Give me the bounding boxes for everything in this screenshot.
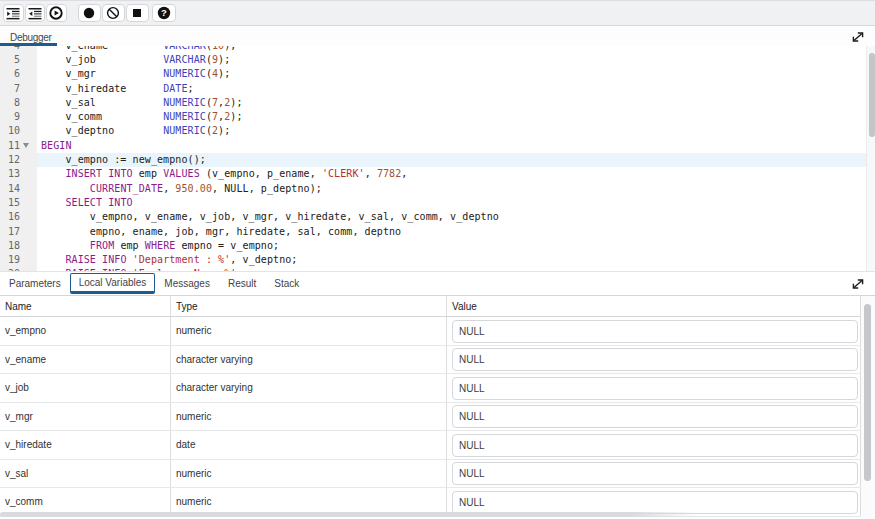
- tab-result[interactable]: Result: [219, 274, 265, 294]
- code-line-text: RAISE INFO 'Department : %', v_deptno;: [41, 253, 297, 267]
- variable-type: character varying: [171, 374, 446, 402]
- gutter-cell[interactable]: 19: [0, 253, 37, 267]
- grid-vertical-scrollbar-thumb[interactable]: [864, 304, 871, 481]
- gutter-cell[interactable]: 17: [0, 225, 37, 239]
- step-into-icon: [6, 7, 20, 20]
- line-number: 13: [0, 167, 20, 181]
- variable-row-v_sal[interactable]: v_salnumeric: [0, 460, 875, 489]
- code-line-18[interactable]: 18 FROM emp WHERE empno = v_empno;: [0, 239, 875, 253]
- code-line-text: v_ename VARCHAR(10);: [41, 46, 236, 53]
- grid-header-name[interactable]: Name: [0, 296, 170, 316]
- code-line-text: v_empno, v_ename, v_job, v_mgr, v_hireda…: [41, 210, 499, 224]
- code-line-6[interactable]: 6 v_mgr NUMERIC(4);: [0, 67, 875, 81]
- editor-vertical-scrollbar-thumb[interactable]: [869, 53, 875, 137]
- sql-code-editor[interactable]: 4 v_ename VARCHAR(10);5 v_job VARCHAR(9)…: [0, 46, 875, 271]
- code-line-12[interactable]: 12 v_empno := new_empno();: [0, 153, 875, 167]
- code-line-text: v_empno := new_empno();: [41, 153, 206, 167]
- line-number: 19: [0, 253, 20, 267]
- svg-text:?: ?: [161, 7, 167, 18]
- code-line-14[interactable]: 14 CURRENT_DATE, 950.00, NULL, p_deptno)…: [0, 182, 875, 196]
- tab-stack[interactable]: Stack: [265, 274, 308, 294]
- gutter-cell[interactable]: 16: [0, 210, 37, 224]
- variable-value-input[interactable]: [452, 462, 858, 485]
- step-into-button[interactable]: [3, 4, 24, 22]
- editor-vertical-scrollbar[interactable]: [866, 46, 875, 271]
- document-tabbar: Debugger: [0, 26, 875, 46]
- line-number: 12: [0, 153, 20, 167]
- step-button-group: [3, 4, 68, 22]
- tab-messages[interactable]: Messages: [155, 274, 219, 294]
- gutter-cell[interactable]: 18: [0, 239, 37, 253]
- variable-value-input[interactable]: [452, 405, 858, 428]
- tab-local-variables[interactable]: Local Variables: [70, 273, 156, 294]
- code-line-10[interactable]: 10 v_deptno NUMERIC(2);: [0, 124, 875, 138]
- clear-all-breakpoints-icon: [106, 6, 120, 20]
- variable-name: v_empno: [0, 317, 170, 345]
- line-number: 16: [0, 210, 20, 224]
- gutter-cell[interactable]: 6: [0, 67, 37, 81]
- gutter-cell[interactable]: 9: [0, 110, 37, 124]
- variable-row-v_mgr[interactable]: v_mgrnumeric: [0, 403, 875, 432]
- variable-name: v_mgr: [0, 403, 170, 431]
- line-number: 5: [0, 53, 20, 67]
- gutter-cell[interactable]: 12: [0, 153, 37, 167]
- code-line-13[interactable]: 13 INSERT INTO emp VALUES (v_empno, p_en…: [0, 167, 875, 181]
- code-line-text: v_sal NUMERIC(7,2);: [41, 96, 243, 110]
- variable-type: numeric: [171, 460, 446, 488]
- help-button[interactable]: ?: [152, 4, 177, 22]
- gutter-cell[interactable]: 14: [0, 182, 37, 196]
- variable-type: date: [171, 431, 446, 459]
- debugger-results-panel: ParametersLocal VariablesMessagesResultS…: [0, 271, 875, 519]
- code-lines: 4 v_ename VARCHAR(10);5 v_job VARCHAR(9)…: [0, 46, 875, 271]
- variable-row-v_hiredate[interactable]: v_hiredatedate: [0, 431, 875, 460]
- grid-vertical-scrollbar[interactable]: [861, 296, 875, 519]
- tab-debugger[interactable]: Debugger: [0, 26, 62, 43]
- gutter-cell[interactable]: 7: [0, 82, 37, 96]
- debugger-toolbar: ?: [0, 0, 875, 26]
- grid-horizontal-scrollbar[interactable]: [0, 511, 875, 519]
- editor-expand-icon[interactable]: [851, 29, 865, 41]
- gutter-cell[interactable]: 4: [0, 46, 37, 53]
- code-line-9[interactable]: 9 v_comm NUMERIC(7,2);: [0, 110, 875, 124]
- gutter-cell[interactable]: 5: [0, 53, 37, 67]
- tab-parameters[interactable]: Parameters: [0, 274, 70, 294]
- variable-row-v_job[interactable]: v_jobcharacter varying: [0, 374, 875, 403]
- gutter-cell[interactable]: 11: [0, 139, 37, 153]
- code-line-19[interactable]: 19 RAISE INFO 'Department : %', v_deptno…: [0, 253, 875, 267]
- variable-row-v_empno[interactable]: v_empnonumeric: [0, 317, 875, 346]
- code-line-11[interactable]: 11BEGIN: [0, 139, 875, 153]
- gutter-cell[interactable]: 13: [0, 167, 37, 181]
- code-line-7[interactable]: 7 v_hiredate DATE;: [0, 82, 875, 96]
- step-over-button[interactable]: [25, 4, 46, 22]
- variable-name: v_ename: [0, 346, 170, 374]
- continue-icon: [49, 6, 63, 20]
- variable-value-input[interactable]: [452, 348, 858, 371]
- stop-button[interactable]: [126, 4, 149, 22]
- local-variables-grid: Name Type Value v_empnonumericv_enamecha…: [0, 295, 875, 519]
- fold-marker-icon[interactable]: [23, 143, 29, 148]
- variable-value-input[interactable]: [452, 320, 858, 343]
- variable-value-input[interactable]: [452, 377, 858, 400]
- variable-row-v_ename[interactable]: v_enamecharacter varying: [0, 346, 875, 375]
- variable-value-input[interactable]: [452, 434, 858, 457]
- code-line-17[interactable]: 17 empno, ename, job, mgr, hiredate, sal…: [0, 225, 875, 239]
- toggle-breakpoint-button[interactable]: [78, 4, 101, 22]
- gutter-cell[interactable]: 10: [0, 124, 37, 138]
- code-line-5[interactable]: 5 v_job VARCHAR(9);: [0, 53, 875, 67]
- grid-header-type[interactable]: Type: [171, 296, 446, 316]
- code-line-text: v_comm NUMERIC(7,2);: [41, 110, 243, 124]
- continue-button[interactable]: [46, 4, 67, 22]
- clear-all-breakpoints-button[interactable]: [102, 4, 125, 22]
- code-line-16[interactable]: 16 v_empno, v_ename, v_job, v_mgr, v_hir…: [0, 210, 875, 224]
- code-line-8[interactable]: 8 v_sal NUMERIC(7,2);: [0, 96, 875, 110]
- gutter-cell[interactable]: 15: [0, 196, 37, 210]
- results-panel-expand-icon[interactable]: [851, 276, 865, 288]
- grid-horizontal-scrollbar-thumb[interactable]: [0, 512, 700, 517]
- grid-body: v_empnonumericv_enamecharacter varyingv_…: [0, 317, 875, 519]
- code-line-text: v_deptno NUMERIC(2);: [41, 124, 230, 138]
- code-line-4[interactable]: 4 v_ename VARCHAR(10);: [0, 46, 875, 53]
- code-line-15[interactable]: 15 SELECT INTO: [0, 196, 875, 210]
- code-line-text: v_job VARCHAR(9);: [41, 53, 230, 67]
- grid-header-value[interactable]: Value: [447, 296, 860, 316]
- gutter-cell[interactable]: 8: [0, 96, 37, 110]
